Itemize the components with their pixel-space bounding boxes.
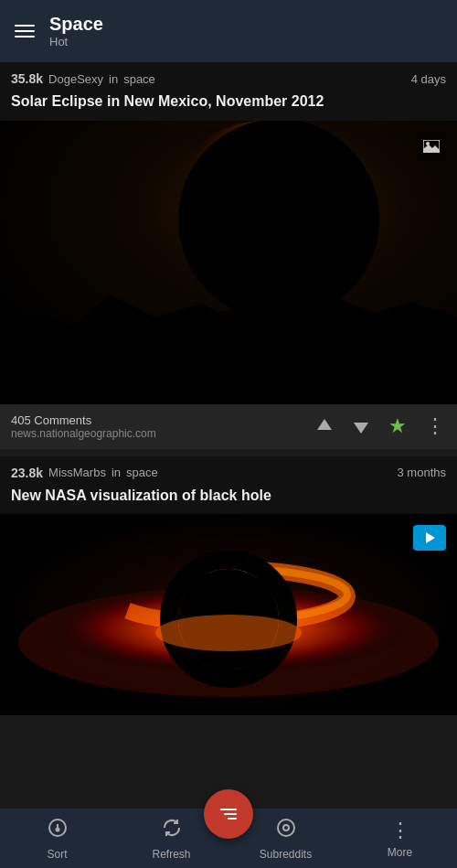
post-subreddit[interactable]: space <box>123 72 155 86</box>
svg-point-24 <box>278 820 294 836</box>
header-title: Space <box>49 13 103 35</box>
nav-more[interactable]: ⋮ More <box>343 819 457 859</box>
refresh-icon <box>161 817 183 844</box>
svg-marker-10 <box>317 419 332 430</box>
post-title[interactable]: Solar Eclipse in New Mexico, November 20… <box>0 90 457 121</box>
nav-sort-label: Sort <box>47 848 67 861</box>
svg-point-25 <box>283 825 289 830</box>
app-header: Space Hot <box>0 0 457 62</box>
post-card: 23.8k MissMarbs in space 3 months New NA… <box>0 456 457 716</box>
post-time: 4 days <box>411 72 446 86</box>
post-score: 23.8k <box>11 466 43 480</box>
nav-refresh-label: Refresh <box>152 848 190 861</box>
image-type-badge <box>417 132 446 161</box>
nav-more-label: More <box>388 846 412 859</box>
black-hole-svg <box>0 514 457 715</box>
post-meta-left: 35.8k DogeSexy in space <box>11 71 155 86</box>
post-author[interactable]: DogeSexy <box>48 72 103 86</box>
post-author[interactable]: MissMarbs <box>48 466 106 479</box>
post-actions-right: ★ ⋮ <box>315 414 446 438</box>
svg-point-5 <box>228 295 239 308</box>
post-time: 3 months <box>398 466 446 479</box>
fab-button[interactable] <box>204 789 253 839</box>
svg-point-3 <box>178 121 379 320</box>
upvote-button[interactable] <box>315 417 334 435</box>
more-options-button[interactable]: ⋮ <box>425 414 446 438</box>
post-subreddit-label: in <box>109 72 118 86</box>
post-subreddit[interactable]: space <box>126 466 158 479</box>
post-score: 35.8k <box>11 71 43 86</box>
post-meta-left: 23.8k MissMarbs in space <box>11 466 158 480</box>
header-subtitle: Hot <box>49 35 103 49</box>
video-type-badge <box>413 525 446 551</box>
post-subreddit-label: in <box>112 466 121 479</box>
post-actions: 405 Comments news.nationalgeographic.com… <box>0 404 457 449</box>
star-button[interactable]: ★ <box>388 414 407 438</box>
nav-sort[interactable]: Sort <box>0 817 114 861</box>
post-image[interactable] <box>0 121 457 404</box>
svg-marker-11 <box>354 423 368 434</box>
menu-button[interactable] <box>15 25 35 38</box>
fab-icon <box>220 809 237 820</box>
post-meta: 35.8k DogeSexy in space 4 days <box>0 62 457 90</box>
post-card: 35.8k DogeSexy in space 4 days Solar Ecl… <box>0 62 457 449</box>
svg-point-23 <box>56 828 58 830</box>
more-icon: ⋮ <box>390 819 410 842</box>
downvote-button[interactable] <box>352 417 370 435</box>
header-title-block: Space Hot <box>49 13 103 49</box>
black-hole-image <box>0 514 457 715</box>
solar-eclipse-image <box>0 121 457 404</box>
post-title[interactable]: New NASA visualization of black hole <box>0 484 457 515</box>
post-meta: 23.8k MissMarbs in space 3 months <box>0 456 457 484</box>
svg-point-19 <box>155 615 302 651</box>
post-comments[interactable]: 405 Comments <box>11 413 156 427</box>
post-image[interactable] <box>0 514 457 715</box>
svg-marker-9 <box>423 145 440 153</box>
image-icon <box>423 140 440 153</box>
subreddits-icon <box>275 817 297 844</box>
post-feed: 35.8k DogeSexy in space 4 days Solar Ecl… <box>0 62 457 715</box>
svg-rect-6 <box>229 307 237 333</box>
eclipse-svg <box>0 121 457 404</box>
post-domain[interactable]: news.nationalgeographic.com <box>11 427 156 440</box>
nav-subreddits-label: Subreddits <box>260 848 312 861</box>
sort-icon <box>47 817 69 844</box>
post-actions-left: 405 Comments news.nationalgeographic.com <box>11 413 156 440</box>
